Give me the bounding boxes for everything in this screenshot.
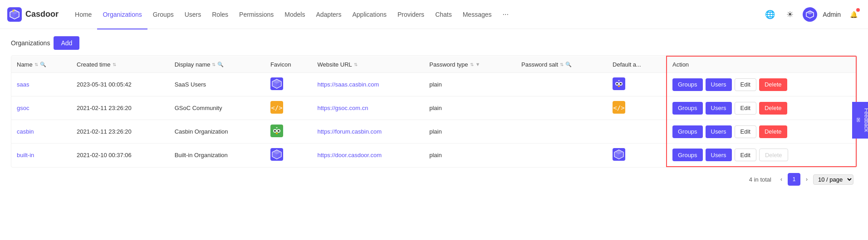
- feedback-tab[interactable]: Feedback ✉: [853, 102, 868, 139]
- pwsalt-filter-icon[interactable]: 🔍: [565, 62, 572, 67]
- nav-item-applications[interactable]: Applications: [347, 0, 392, 29]
- cell-created-time: 2023-05-31 00:05:42: [71, 73, 169, 96]
- nav-item-groups[interactable]: Groups: [147, 0, 179, 29]
- pwtype-sort-icon[interactable]: ⇅: [470, 62, 474, 67]
- pagination-total: 4 in total: [749, 176, 771, 183]
- theme-toggle-icon[interactable]: ☀: [783, 7, 797, 22]
- add-button[interactable]: Add: [54, 36, 79, 50]
- cell-name: built-in: [11, 144, 71, 167]
- pwtype-filter-icon[interactable]: ▼: [476, 62, 481, 67]
- svg-point-17: [620, 83, 622, 85]
- name-sort-icon[interactable]: ⇅: [34, 62, 38, 67]
- notification-bell[interactable]: 🔔: [846, 7, 861, 22]
- website-link[interactable]: https://forum.casbin.com: [318, 128, 382, 135]
- pagination: 4 in total ‹ 1 › 10 / page 20 / page 50 …: [11, 168, 857, 191]
- edit-button[interactable]: Edit: [735, 102, 756, 115]
- table-row: casbin2021-02-11 23:26:20Casbin Organiza…: [11, 120, 856, 144]
- edit-button[interactable]: Edit: [735, 149, 756, 161]
- logo[interactable]: ♛ Casdoor: [7, 7, 59, 22]
- cell-password-type: plain: [424, 144, 516, 167]
- cell-password-type: plain: [424, 120, 516, 144]
- cell-favicon: [265, 120, 312, 144]
- website-link[interactable]: https://saas.casbin.com: [318, 81, 379, 88]
- users-button[interactable]: Users: [706, 78, 732, 91]
- logo-icon: ♛: [7, 7, 22, 22]
- nav-more-button[interactable]: ···: [499, 0, 512, 29]
- logo-text: Casdoor: [25, 10, 59, 19]
- delete-button[interactable]: Delete: [759, 102, 787, 115]
- org-name-link[interactable]: gsoc: [17, 105, 29, 111]
- org-name-link[interactable]: casbin: [17, 128, 34, 135]
- org-name-link[interactable]: built-in: [17, 152, 34, 158]
- nav-item-chats[interactable]: Chats: [430, 0, 457, 29]
- website-link[interactable]: https://gsoc.com.cn: [318, 105, 368, 111]
- cell-name: casbin: [11, 120, 71, 144]
- nav-item-adapters[interactable]: Adapters: [310, 0, 347, 29]
- cell-password-salt: [516, 144, 607, 167]
- groups-button[interactable]: Groups: [672, 102, 703, 115]
- cell-default-avatar: [607, 144, 667, 167]
- pagination-next[interactable]: ›: [804, 174, 809, 184]
- name-filter-icon[interactable]: 🔍: [40, 62, 46, 67]
- svg-point-28: [278, 130, 280, 132]
- cell-password-salt: [516, 73, 607, 96]
- website-link[interactable]: https://door.casdoor.com: [318, 152, 382, 158]
- nav-menu: HomeOrganizationsGroupsUsersRolesPermiss…: [69, 0, 497, 29]
- cell-default-avatar: [607, 73, 667, 96]
- svg-rect-30: [276, 133, 278, 134]
- table-body: saas2023-05-31 00:05:42SaaS Users https:…: [11, 73, 856, 167]
- notification-dot: [856, 8, 860, 12]
- col-password-salt: Password salt ⇅ 🔍: [516, 56, 607, 73]
- data-table: Name ⇅ 🔍 Created time ⇅ Display n: [11, 56, 857, 167]
- col-favicon: Favicon: [265, 56, 312, 73]
- cell-action: GroupsUsersEditDelete: [667, 73, 856, 96]
- col-website-url: Website URL ⇅: [312, 56, 424, 73]
- users-button[interactable]: Users: [706, 102, 732, 115]
- delete-button[interactable]: Delete: [759, 125, 787, 138]
- pagination-prev[interactable]: ‹: [779, 174, 784, 184]
- cell-default-avatar: </>: [607, 96, 667, 120]
- delete-button[interactable]: Delete: [759, 78, 787, 91]
- nav-item-permissions[interactable]: Permissions: [234, 0, 279, 29]
- navbar: ♛ Casdoor HomeOrganizationsGroupsUsersRo…: [0, 0, 868, 29]
- url-sort-icon[interactable]: ⇅: [354, 62, 358, 67]
- admin-label[interactable]: Admin: [823, 11, 841, 18]
- pagination-page-1[interactable]: 1: [788, 173, 800, 186]
- display-filter-icon[interactable]: 🔍: [217, 62, 224, 67]
- nav-item-home[interactable]: Home: [69, 0, 97, 29]
- nav-item-organizations[interactable]: Organizations: [97, 0, 147, 29]
- users-button[interactable]: Users: [706, 149, 732, 161]
- users-button[interactable]: Users: [706, 125, 732, 138]
- pagination-per-page[interactable]: 10 / page 20 / page 50 / page: [813, 174, 853, 185]
- feedback-label: Feedback: [863, 108, 868, 132]
- nav-item-messages[interactable]: Messages: [457, 0, 497, 29]
- toolbar: Organizations Add: [11, 36, 857, 50]
- display-sort-icon[interactable]: ⇅: [212, 62, 216, 67]
- groups-button[interactable]: Groups: [672, 149, 703, 161]
- avatar[interactable]: [803, 7, 817, 22]
- cell-created-time: 2021-02-10 00:37:06: [71, 144, 169, 167]
- groups-button[interactable]: Groups: [672, 125, 703, 138]
- nav-item-roles[interactable]: Roles: [206, 0, 234, 29]
- groups-button[interactable]: Groups: [672, 78, 703, 91]
- table-row: built-in2021-02-10 00:37:06Built-in Orga…: [11, 144, 856, 167]
- org-name-link[interactable]: saas: [17, 81, 29, 88]
- cell-default-avatar: [607, 120, 667, 144]
- created-sort-icon[interactable]: ⇅: [113, 62, 116, 67]
- cell-created-time: 2021-02-11 23:26:20: [71, 120, 169, 144]
- cell-name: saas: [11, 73, 71, 96]
- pwsalt-sort-icon[interactable]: ⇅: [560, 62, 564, 67]
- cell-password-salt: [516, 120, 607, 144]
- section-label: Organizations: [11, 39, 50, 47]
- edit-button[interactable]: Edit: [735, 125, 756, 138]
- edit-button[interactable]: Edit: [735, 78, 756, 91]
- nav-item-providers[interactable]: Providers: [392, 0, 430, 29]
- nav-item-users[interactable]: Users: [179, 0, 207, 29]
- cell-name: gsoc: [11, 96, 71, 120]
- delete-button: Delete: [759, 149, 788, 161]
- col-display-name: Display name ⇅ 🔍: [169, 56, 265, 73]
- language-icon[interactable]: 🌐: [763, 7, 777, 22]
- nav-item-models[interactable]: Models: [279, 0, 310, 29]
- cell-website-url: https://gsoc.com.cn: [312, 96, 424, 120]
- feedback-icon: ✉: [855, 118, 862, 122]
